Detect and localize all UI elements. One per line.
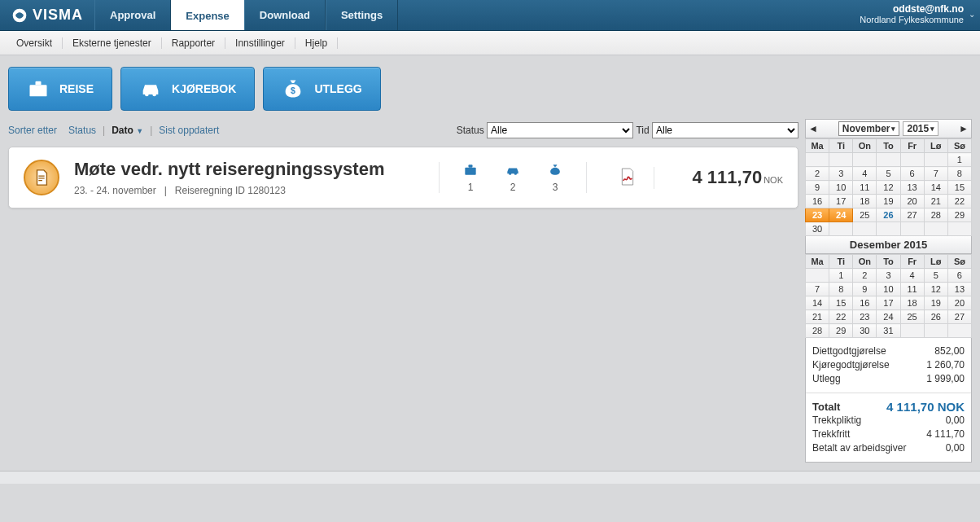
cal-day[interactable]: 13	[947, 283, 971, 296]
cal-year-select[interactable]: 2015▾	[903, 121, 938, 136]
top-bar: VISMA Approval Expense Download Settings…	[0, 0, 980, 31]
kjorebok-button[interactable]: KJØREBOK	[120, 67, 255, 111]
cal-next[interactable]: ►	[956, 123, 971, 134]
cal-day[interactable]: 24	[829, 208, 853, 222]
status-filter-select[interactable]: Alle	[487, 122, 633, 138]
cal-day[interactable]: 9	[853, 283, 877, 296]
cal-day[interactable]: 2	[806, 167, 829, 181]
cal-day[interactable]: 24	[877, 310, 900, 324]
cal-day[interactable]: 12	[877, 181, 900, 195]
subnav-eksterne[interactable]: Eksterne tjenester	[63, 37, 162, 49]
cal-day[interactable]: 5	[924, 269, 947, 283]
subnav-rapporter[interactable]: Rapporter	[162, 37, 225, 49]
cal-day[interactable]: 12	[924, 283, 947, 296]
sum-diett-label: Diettgodtgjørelse	[812, 344, 886, 358]
cal-day[interactable]: 9	[806, 181, 829, 195]
cal-day[interactable]: 3	[829, 167, 853, 181]
cal-day[interactable]: 17	[877, 296, 900, 310]
cal-day[interactable]: 31	[877, 324, 900, 338]
sort-dato[interactable]: Dato ▼	[107, 125, 148, 136]
cal-day[interactable]: 3	[877, 269, 900, 283]
cal-day[interactable]: 22	[947, 195, 971, 208]
expense-card[interactable]: Møte vedr. nytt reiseregningssystem 23. …	[8, 147, 798, 208]
subnav-oversikt[interactable]: Oversikt	[7, 37, 63, 49]
cal-day[interactable]: 4	[853, 167, 877, 181]
cal-day[interactable]: 2	[853, 269, 877, 283]
cal-day[interactable]: 6	[947, 269, 971, 283]
cal-day[interactable]: 16	[806, 195, 829, 208]
cal-day[interactable]: 26	[924, 310, 947, 324]
sort-status[interactable]: Status	[63, 125, 101, 136]
cal-day[interactable]: 21	[924, 195, 947, 208]
suitcase-icon	[461, 162, 480, 178]
cal-day[interactable]: 19	[924, 296, 947, 310]
cal-day[interactable]: 21	[806, 310, 829, 324]
cal-day[interactable]: 25	[900, 310, 924, 324]
cal-day[interactable]: 15	[829, 296, 853, 310]
cal-day[interactable]: 20	[900, 195, 924, 208]
calendar-december-title: Desember 2015	[805, 236, 972, 254]
subnav-innstillinger[interactable]: Innstillinger	[225, 37, 295, 49]
reise-button[interactable]: REISE	[8, 67, 112, 111]
cal-day[interactable]: 30	[806, 222, 829, 236]
cal-day[interactable]: 10	[829, 181, 853, 195]
cal-day[interactable]: 26	[877, 208, 900, 222]
cal-day[interactable]: 25	[853, 208, 877, 222]
cal-day[interactable]: 1	[947, 153, 971, 167]
cal-day[interactable]: 20	[947, 296, 971, 310]
sort-desc-icon: ▼	[136, 127, 143, 135]
cal-day[interactable]: 10	[877, 283, 900, 296]
calendar-december: MaTiOnToFrLøSø 1234567891011121314151617…	[805, 254, 972, 338]
tab-expense[interactable]: Expense	[171, 0, 243, 30]
cal-month-select[interactable]: November▾	[838, 121, 900, 136]
utlegg-button[interactable]: $ UTLEGG	[263, 67, 380, 111]
cal-prev[interactable]: ◄	[806, 123, 820, 134]
sort-sist[interactable]: Sist oppdatert	[154, 125, 224, 136]
cal-day[interactable]: 13	[900, 181, 924, 195]
cal-day[interactable]: 14	[924, 181, 947, 195]
cal-day[interactable]: 29	[829, 324, 853, 338]
cal-day[interactable]: 7	[806, 283, 829, 296]
cal-day[interactable]: 16	[853, 296, 877, 310]
cal-day[interactable]: 30	[853, 324, 877, 338]
subnav-hjelp[interactable]: Hjelp	[295, 37, 338, 49]
cal-day[interactable]: 14	[806, 296, 829, 310]
cal-day[interactable]: 22	[829, 310, 853, 324]
cal-day[interactable]: 27	[900, 208, 924, 222]
cal-day[interactable]: 18	[853, 195, 877, 208]
cal-day[interactable]: 23	[806, 208, 829, 222]
cal-day[interactable]: 23	[853, 310, 877, 324]
tab-download[interactable]: Download	[244, 0, 326, 30]
cal-day[interactable]: 8	[947, 167, 971, 181]
cal-dayhead: Ti	[829, 139, 853, 153]
cal-day[interactable]: 19	[877, 195, 900, 208]
sum-betalt-val: 0,00	[946, 441, 965, 455]
cal-day[interactable]: 11	[853, 181, 877, 195]
pdf-download[interactable]	[602, 167, 654, 189]
cal-day[interactable]: 7	[924, 167, 947, 181]
svg-rect-2	[36, 81, 42, 86]
cal-dayhead: On	[853, 139, 877, 153]
cal-day[interactable]: 6	[900, 167, 924, 181]
cal-day[interactable]: 17	[829, 195, 853, 208]
cal-day[interactable]: 15	[947, 181, 971, 195]
cal-day[interactable]: 8	[829, 283, 853, 296]
main-tabs: Approval Expense Download Settings	[94, 0, 398, 30]
cal-dayhead: To	[877, 255, 900, 269]
cal-day[interactable]: 28	[924, 208, 947, 222]
cal-day[interactable]: 1	[829, 269, 853, 283]
cal-day[interactable]: 27	[947, 310, 971, 324]
tab-settings[interactable]: Settings	[326, 0, 398, 30]
status-bar	[0, 471, 980, 484]
cal-day[interactable]: 4	[900, 269, 924, 283]
cal-day[interactable]: 28	[806, 324, 829, 338]
cal-day[interactable]: 18	[900, 296, 924, 310]
sum-total-label: Totalt	[812, 400, 840, 414]
user-menu[interactable]: oddste@nfk.no Nordland Fylkeskommune ⌄	[851, 0, 980, 30]
cal-day[interactable]: 11	[900, 283, 924, 296]
cal-day[interactable]: 5	[877, 167, 900, 181]
tab-approval[interactable]: Approval	[94, 0, 171, 30]
tid-filter-select[interactable]: Alle	[652, 122, 798, 138]
cal-day[interactable]: 29	[947, 208, 971, 222]
brand-logo[interactable]: VISMA	[0, 0, 94, 30]
